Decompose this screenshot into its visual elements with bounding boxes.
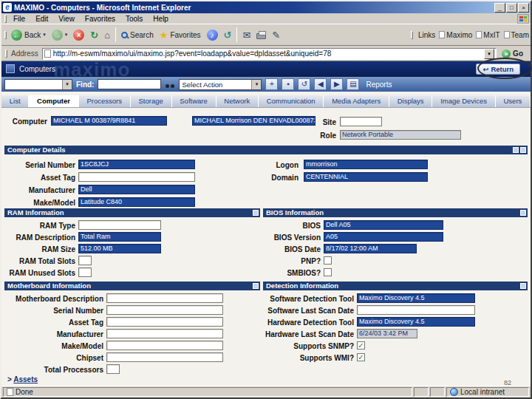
tab-list[interactable]: List (1, 95, 29, 107)
tab-communication[interactable]: Communication (259, 95, 324, 107)
hardware-last-scan-field[interactable]: 6/24/03 3:42 PM (357, 329, 417, 338)
previous-record-icon[interactable]: ◀ (314, 78, 327, 90)
query-select-dropdown-icon[interactable]: ▾ (62, 80, 72, 89)
tab-image-devices[interactable]: Image Devices (432, 95, 495, 107)
menu-edit[interactable]: Edit (30, 15, 53, 23)
refresh-button[interactable]: ↻ (87, 26, 101, 44)
menu-view[interactable]: View (53, 15, 80, 23)
mb-serial-number-field[interactable] (106, 305, 223, 315)
mb-asset-tag-field[interactable] (106, 317, 223, 327)
binoculars-icon[interactable] (166, 84, 169, 88)
maximize-button[interactable]: □ (506, 3, 517, 13)
pnp-checkbox[interactable] (324, 256, 332, 265)
software-detection-tool-field[interactable]: Maximo Discovery 4.5 (357, 293, 475, 303)
link-team[interactable]: Team (504, 31, 529, 39)
menu-favorites[interactable]: Favorites (80, 15, 120, 23)
computer-description-field[interactable]: MICHAEL Morrison DEN ENVADL000873 (192, 116, 316, 126)
favorites-button[interactable]: ★ Favorites (157, 26, 204, 44)
hardware-detection-tool-field[interactable]: Maximo Discovery 4.5 (357, 317, 475, 327)
link-mxit[interactable]: MxIT (476, 31, 499, 39)
forward-dropdown-icon[interactable]: ▾ (65, 32, 68, 38)
menu-file[interactable]: File (8, 15, 30, 23)
reports-icon[interactable]: ▤ (347, 78, 359, 90)
stop-button[interactable]: × (70, 26, 87, 44)
tab-software[interactable]: Software (172, 95, 216, 107)
make-model-field[interactable]: Latitude C840 (78, 197, 195, 207)
logon-field[interactable]: mmorrison (304, 160, 428, 169)
total-processors-field[interactable] (106, 364, 120, 374)
section-collapse-icon[interactable] (253, 283, 259, 289)
tab-network[interactable]: Network (216, 95, 259, 107)
computer-id-field[interactable]: MICHAEL M 00387/9R8841 (51, 116, 167, 126)
find-label: Find: (76, 81, 94, 89)
manufacturer-field[interactable]: Dell (78, 185, 195, 194)
bios-version-field[interactable]: A05 (324, 232, 443, 242)
return-button[interactable]: ↩ Return (476, 64, 520, 75)
clear-changes-icon[interactable]: ↺ (298, 78, 310, 90)
mail-button[interactable]: ✉ (239, 26, 253, 44)
ram-unused-slots-field[interactable] (78, 267, 92, 277)
bios-date-field[interactable]: 8/17/02 12:00 AM (324, 244, 417, 253)
section-collapse-icon[interactable] (513, 147, 519, 153)
mb-asset-tag-label: Asset Tag (3, 318, 103, 327)
ram-total-slots-field[interactable] (78, 256, 92, 265)
address-dropdown-icon[interactable]: ▾ (484, 49, 494, 59)
tab-users[interactable]: Users (496, 95, 531, 107)
home-button[interactable]: ⌂ (101, 26, 113, 44)
toolbar-grip[interactable] (4, 31, 7, 39)
next-record-icon[interactable]: ▶ (330, 78, 343, 90)
supports-wmi-checkbox[interactable]: ✓ (357, 353, 365, 361)
history-button[interactable]: ↺ (221, 26, 235, 44)
software-last-scan-field[interactable] (357, 305, 475, 315)
link-maximo[interactable]: Maximo (439, 31, 472, 39)
supports-snmp-checkbox[interactable]: ✓ (357, 341, 365, 349)
find-input[interactable] (98, 79, 161, 89)
menu-grip[interactable] (4, 15, 7, 23)
links-grip[interactable] (411, 31, 413, 39)
tab-storage[interactable]: Storage (131, 95, 172, 107)
back-button[interactable]: ← Back ▾ (8, 26, 49, 44)
bios-field[interactable]: Dell A05 (324, 220, 443, 230)
smbios-checkbox[interactable] (324, 268, 332, 276)
serial-number-field[interactable]: 1SC8JCJ (78, 160, 195, 169)
query-select[interactable]: ▾ (4, 79, 72, 90)
role-field[interactable]: Network Portable (340, 130, 461, 140)
back-dropdown-icon[interactable]: ▾ (43, 32, 46, 38)
tab-displays[interactable]: Displays (389, 95, 432, 107)
menu-help[interactable]: Help (148, 15, 174, 23)
motherboard-description-field[interactable] (106, 293, 223, 303)
chipset-field[interactable] (106, 352, 223, 362)
ram-size-field[interactable]: 512.00 MB (78, 244, 161, 253)
ram-type-field[interactable] (78, 220, 161, 230)
menu-tools[interactable]: Tools (120, 15, 148, 23)
close-button[interactable]: × (518, 3, 529, 13)
tab-processors[interactable]: Processors (79, 95, 131, 107)
search-button[interactable]: Search (118, 26, 157, 44)
assets-link[interactable]: > Assets (7, 375, 38, 383)
section-collapse-icon[interactable] (253, 210, 259, 216)
forward-button[interactable]: → ▾ (49, 26, 71, 44)
mb-manufacturer-field[interactable] (106, 329, 223, 338)
tab-media-adapters[interactable]: Media Adapters (324, 95, 389, 107)
ram-description-field[interactable]: Total Ram (78, 232, 161, 242)
tab-computer[interactable]: Computer (29, 95, 78, 107)
site-field[interactable] (340, 117, 382, 126)
select-action-dropdown-icon[interactable]: ▾ (251, 80, 261, 89)
print-button[interactable] (253, 26, 269, 44)
address-grip[interactable] (5, 50, 7, 58)
asset-tag-field[interactable] (78, 172, 195, 182)
section-collapse-icon[interactable] (520, 283, 526, 289)
go-button[interactable]: » Go (497, 50, 528, 58)
select-action-dropdown[interactable]: Select Action ▾ (179, 79, 262, 90)
section-expand-icon[interactable] (520, 147, 526, 153)
media-button[interactable]: ♪ (204, 26, 221, 44)
edit-button[interactable]: ✎ (269, 26, 283, 44)
section-collapse-icon[interactable] (520, 210, 526, 216)
address-input[interactable]: http://m-eswm/maximo/ui/maximo.jsp?event… (42, 48, 497, 60)
minimize-button[interactable]: _ (494, 3, 505, 13)
save-record-icon[interactable]: ▪ (282, 78, 294, 90)
mb-make-model-field[interactable] (106, 341, 223, 350)
insert-record-icon[interactable]: + (265, 78, 278, 90)
domain-field[interactable]: CENTENNIAL (304, 172, 428, 182)
title-bar[interactable]: e MAXIMO - Computers - Microsoft Interne… (1, 1, 531, 13)
